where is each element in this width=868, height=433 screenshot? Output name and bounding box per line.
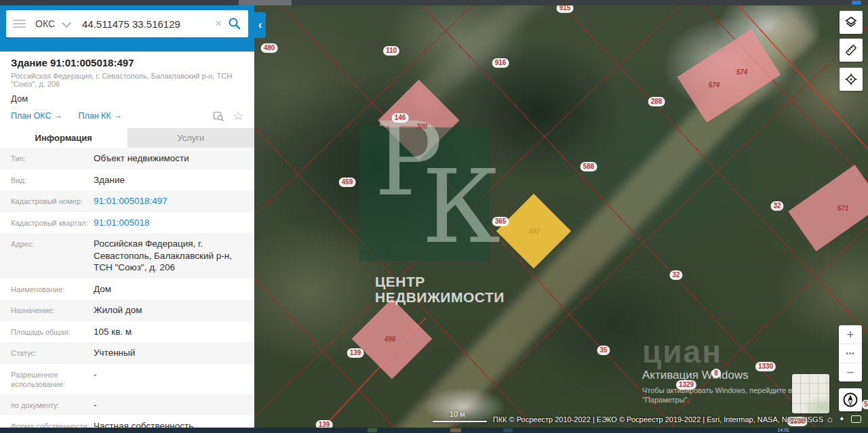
table-row: Адрес: Российская Федерация, г. Севастоп…: [0, 233, 254, 279]
parcel-pill: 288: [648, 97, 665, 106]
table-row: Назначение: Жилой дом: [0, 300, 254, 321]
parcel-pill: 35: [597, 346, 610, 355]
object-address: Российская Федерация, г. Севастополь, Ба…: [11, 72, 243, 88]
row-value: Здание: [94, 174, 243, 186]
parcel-number: 571: [837, 205, 849, 212]
windows-taskbar: 14:01: [0, 428, 868, 433]
table-row: Кадастровый номер: 91:01:005018:497: [0, 190, 254, 212]
browser-control-fragment: [852, 1, 861, 5]
watermark-line2: НЕДВИЖИМОСТИ: [375, 289, 505, 305]
compass-icon: [842, 392, 859, 408]
table-row: Площадь общая: 105 кв. м: [0, 321, 254, 343]
tab-services[interactable]: Услуги: [127, 128, 255, 148]
row-value: -: [94, 369, 243, 381]
cadastral-number-link[interactable]: 91:01:005018:497: [94, 195, 243, 207]
search-header: ОКС ×: [0, 5, 254, 51]
zoom-more-button[interactable]: •••: [839, 344, 862, 363]
parcel-pill: 1329: [676, 380, 696, 390]
row-value: -: [94, 399, 243, 411]
parcel-pill: 139: [316, 420, 333, 428]
parcel-pill: 32: [770, 201, 783, 211]
map-canvas[interactable]: Р К ЦЕНТР НЕДВИЖИМОСТИ циан Активация Wi…: [254, 0, 868, 428]
rk-logo-watermark: Р К: [359, 127, 490, 261]
parcel-pill: 8: [711, 369, 721, 378]
parcel-number: 300: [416, 123, 428, 130]
row-label: Форма собственности:: [11, 420, 94, 428]
preview-search-icon[interactable]: [212, 110, 224, 122]
taskbar-clock: 14:01: [777, 428, 789, 433]
parcel-pill: 588: [580, 162, 597, 171]
compass-button[interactable]: [839, 388, 862, 411]
zoom-out-button[interactable]: −: [839, 363, 862, 382]
map-attribution: ПКК © Росреестр 2010-2022 | ЕЭКО © Росре…: [493, 415, 823, 424]
object-name: Дом: [11, 94, 243, 104]
row-label: Кадастровый квартал:: [11, 217, 94, 228]
overview-minimap[interactable]: [792, 374, 829, 413]
table-row: Форма собственности: Частная собственнос…: [0, 415, 254, 428]
parcel-pill: 1330: [755, 362, 776, 371]
table-row: Разрешенное использование: -: [0, 364, 254, 394]
row-label: Наименование:: [11, 283, 94, 294]
row-label: Адрес:: [11, 238, 94, 249]
search-category-dropdown[interactable]: ОКС: [35, 18, 55, 29]
chevron-down-icon[interactable]: [62, 18, 71, 27]
crosshair-icon: [844, 73, 858, 86]
row-value: Российская Федерация, г. Севастополь, Ба…: [94, 238, 243, 274]
keyboard-icon[interactable]: [851, 415, 861, 423]
home-icon[interactable]: ⌂: [827, 414, 833, 424]
row-label: по документу:: [11, 399, 94, 410]
row-value: 105 кв. м: [94, 326, 243, 338]
info-sidebar: ОКС × Здание 91:01:005018:497 Российская…: [0, 5, 254, 428]
parcel-number: 574: [736, 68, 748, 76]
row-label: Площадь общая:: [11, 326, 94, 337]
row-value: Учтенный: [94, 347, 243, 359]
measure-button[interactable]: [840, 39, 863, 62]
row-value: Частная собственность: [94, 420, 243, 428]
my-location-button[interactable]: [840, 68, 863, 91]
layers-button[interactable]: [840, 11, 863, 34]
plan-kk-link[interactable]: План КК →: [78, 111, 121, 121]
layers-icon: [844, 16, 858, 29]
cadastral-quarter-link[interactable]: 91:01:005018: [94, 217, 243, 229]
ruler-icon: [844, 43, 858, 57]
parcel-number: 496: [384, 335, 396, 343]
parcel-pill: 139: [347, 348, 364, 358]
window-top-edge: [0, 0, 868, 5]
row-label: Разрешенное использование:: [11, 369, 94, 390]
search-input[interactable]: [81, 18, 215, 30]
row-label: Назначение:: [11, 304, 94, 315]
parcel-pill: 32: [669, 270, 682, 280]
favorite-star-icon[interactable]: ☆: [233, 110, 243, 122]
parcel-pill: 459: [339, 178, 356, 187]
clear-search-icon[interactable]: ×: [215, 17, 222, 30]
sidebar-collapse-button[interactable]: ‹: [254, 12, 266, 38]
table-row: Тип: Объект недвижимости: [0, 148, 254, 169]
search-icon[interactable]: [228, 17, 241, 30]
row-value: Дом: [94, 283, 243, 295]
taskbar-app-icon[interactable]: [450, 428, 461, 432]
cian-watermark: циан: [642, 333, 722, 370]
cadastral-grid-lines-2: [254, 0, 868, 428]
zoom-in-button[interactable]: +: [839, 325, 862, 344]
taskbar-app-icon[interactable]: [368, 428, 377, 432]
parcel-pill: 365: [492, 217, 509, 226]
table-row: Наименование: Дом: [0, 279, 254, 300]
menu-icon[interactable]: [13, 20, 26, 28]
locate-icon[interactable]: ✦: [839, 415, 845, 424]
result-card: Здание 91:01:005018:497 Российская Федер…: [0, 51, 254, 128]
browser-tab-fragment: [239, 0, 292, 5]
plan-oks-link[interactable]: План ОКС →: [11, 111, 62, 121]
center-nedvizhimosti-watermark: ЦЕНТР НЕДВИЖИМОСТИ: [375, 274, 505, 305]
parcel-pill: 110: [383, 46, 399, 56]
scale-label: 10 м: [450, 410, 465, 418]
row-value: Объект недвижимости: [94, 152, 243, 165]
parcel-number: 574: [709, 81, 720, 89]
tab-information[interactable]: Информация: [0, 128, 127, 148]
parcel-pill: 146: [392, 113, 409, 123]
parcel-pill: 916: [492, 58, 509, 68]
row-label: Кадастровый номер:: [11, 195, 94, 206]
zoom-controls: + ••• −: [839, 325, 862, 382]
taskbar-app-icon[interactable]: [503, 428, 513, 432]
scale-bar: [433, 421, 487, 422]
row-label: Статус:: [11, 347, 94, 358]
